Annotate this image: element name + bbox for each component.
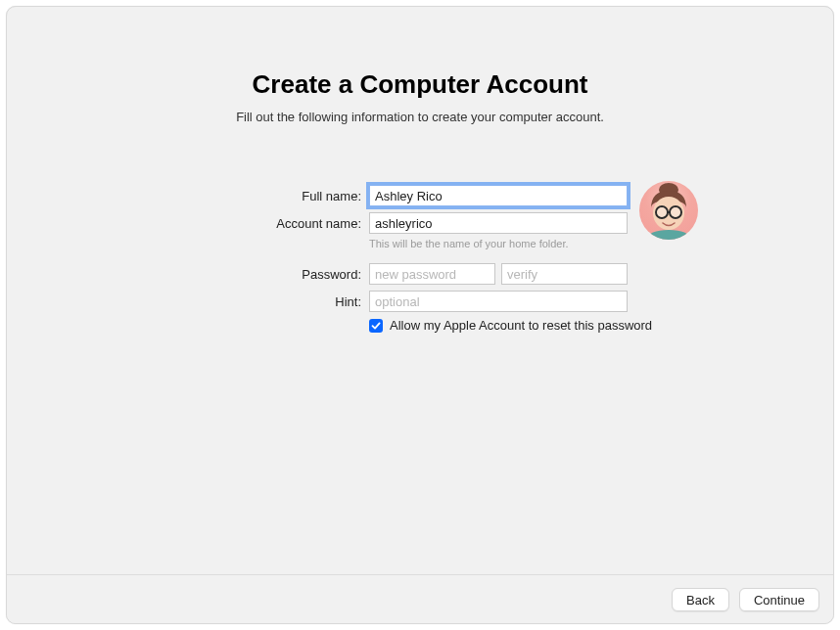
account-name-label: Account name: (107, 216, 369, 231)
footer-bar: Back Continue (7, 574, 833, 623)
password-verify-input[interactable] (501, 263, 628, 285)
account-avatar[interactable] (639, 181, 698, 240)
checkmark-icon (371, 321, 381, 331)
hint-label: Hint: (107, 294, 369, 309)
content-pane: Create a Computer Account Fill out the f… (7, 7, 833, 564)
page-subtitle: Fill out the following information to cr… (236, 110, 604, 124)
account-name-input[interactable] (369, 212, 628, 234)
password-new-input[interactable] (369, 263, 495, 285)
allow-reset-label: Allow my Apple Account to reset this pas… (390, 318, 652, 333)
account-name-helper: This will be the name of your home folde… (369, 238, 569, 249)
svg-point-5 (657, 207, 667, 217)
full-name-label: Full name: (107, 189, 369, 203)
continue-button[interactable]: Continue (739, 588, 819, 611)
setup-window: Create a Computer Account Fill out the f… (6, 6, 834, 624)
password-label: Password: (107, 267, 369, 282)
allow-reset-checkbox[interactable] (369, 319, 383, 333)
hint-input[interactable] (369, 291, 628, 312)
page-title: Create a Computer Account (253, 69, 588, 100)
svg-point-6 (671, 207, 680, 217)
memoji-avatar-icon (639, 181, 698, 240)
back-button[interactable]: Back (672, 588, 729, 611)
account-form: Full name: Account name: This will be th… (107, 185, 733, 333)
full-name-input[interactable] (369, 185, 628, 206)
